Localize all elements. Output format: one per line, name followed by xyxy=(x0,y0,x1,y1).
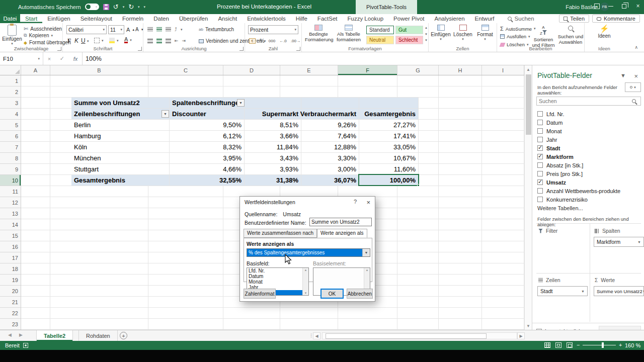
column-header-A[interactable]: A xyxy=(21,65,50,75)
vertical-scrollbar[interactable]: ▲ ▼ xyxy=(524,65,532,330)
row-header-17[interactable]: 17 xyxy=(0,252,21,263)
tools-button[interactable]: ▾ xyxy=(625,82,641,92)
pivot-row-label[interactable]: München xyxy=(71,153,170,164)
row-header-7[interactable]: 7 xyxy=(0,142,21,153)
pivot-value-cell[interactable]: 3,30% xyxy=(301,153,359,164)
pivot-value-cell[interactable]: 27,27% xyxy=(359,120,419,131)
pivot-total-value[interactable]: 36,07% xyxy=(301,175,359,186)
field-item-marktform[interactable]: Marktform xyxy=(537,152,620,161)
pane-close-icon[interactable]: × xyxy=(634,72,638,80)
ribbon-tab-entwicklertools[interactable]: Entwicklertools xyxy=(242,14,291,23)
values-area-item[interactable]: Summe von Umsatz2▼ xyxy=(594,286,644,296)
field-item-preis-pro-stk-[interactable]: Preis [pro Stk.] xyxy=(537,169,620,178)
qat-customize-icon[interactable]: ▾ xyxy=(144,5,146,9)
field-item-umsatz[interactable]: Umsatz xyxy=(537,178,620,187)
number-format-button[interactable]: Zahlenformat xyxy=(244,289,276,299)
pivot-colhdr-gesamtergebnis[interactable]: Gesamtergebnis xyxy=(359,109,419,120)
columns-area-item[interactable]: Marktform▼ xyxy=(594,237,644,247)
find-select-button[interactable]: Suchen und Auswählen xyxy=(557,25,584,45)
field-search-box[interactable] xyxy=(536,97,641,106)
increase-decimal-icon[interactable]: ←.0 xyxy=(279,39,287,43)
pivot-colhdr-discounter[interactable]: Discounter xyxy=(170,109,245,120)
normal-view-icon[interactable] xyxy=(544,342,550,348)
fill-button[interactable]: Ausfüllen▾ xyxy=(500,34,530,39)
custom-name-input[interactable]: Summe von Umsatz2 xyxy=(309,218,372,226)
ribbon-tab-factset[interactable]: FactSet xyxy=(312,14,343,23)
formula-input[interactable]: 100% xyxy=(83,52,644,65)
column-header-D[interactable]: D xyxy=(223,65,280,75)
field-item-konkurrenzrisiko[interactable]: Konkurrenzrisiko xyxy=(537,195,620,204)
percent-style-icon[interactable]: % xyxy=(260,38,265,44)
pivot-row-label[interactable]: Stuttgart xyxy=(71,164,170,175)
collapse-ribbon-icon[interactable]: ∧ xyxy=(634,45,638,50)
pivot-value-cell[interactable]: 3,00% xyxy=(301,164,359,175)
user-name[interactable]: Fabio Basler xyxy=(566,4,597,10)
ribbon-tab-ansicht[interactable]: Ansicht xyxy=(213,14,242,23)
row-header-23[interactable]: 23 xyxy=(0,319,21,330)
tab-datei[interactable]: Datei xyxy=(0,14,20,23)
tab-summarize-values[interactable]: Werte zusammenfassen nach xyxy=(244,229,317,238)
unchecked-checkbox-icon[interactable] xyxy=(537,128,543,134)
unchecked-checkbox-icon[interactable] xyxy=(537,197,543,202)
number-format-combo[interactable]: Prozent▾ xyxy=(248,25,298,34)
row-header-16[interactable]: 16 xyxy=(0,241,21,252)
row-header-8[interactable]: 8 xyxy=(0,153,21,164)
hscroll-right-icon[interactable]: ▶ xyxy=(517,332,525,339)
pivot-column-labels-cell[interactable]: Spaltenbeschriftungen xyxy=(170,98,245,109)
pivot-value-cell[interactable]: 4,66% xyxy=(170,164,245,175)
pivot-colhdr-verbrauchermarkt[interactable]: Verbrauchermarkt xyxy=(301,109,359,120)
row-header-21[interactable]: 21 xyxy=(0,297,21,308)
base-field-item-monat[interactable]: Monat xyxy=(247,279,308,285)
row-labels-filter-icon[interactable]: ▼ xyxy=(162,110,169,118)
row-header-12[interactable]: 12 xyxy=(0,197,21,208)
autosave-toggle[interactable] xyxy=(85,4,99,10)
horizontal-scrollbar[interactable] xyxy=(322,332,517,339)
row-header-6[interactable]: 6 xyxy=(0,131,21,142)
checked-checkbox-icon[interactable] xyxy=(537,154,543,159)
base-field-item-datum[interactable]: Datum xyxy=(247,274,308,279)
column-header-H[interactable]: H xyxy=(439,65,482,75)
column-header-I[interactable]: I xyxy=(482,65,524,75)
unchecked-checkbox-icon[interactable] xyxy=(537,120,543,125)
macro-record-icon[interactable] xyxy=(23,343,28,348)
row-header-9[interactable]: 9 xyxy=(0,164,21,175)
pivot-total-label[interactable]: Gesamtergebnis xyxy=(71,175,170,186)
alignment-dialog-launcher-icon[interactable] xyxy=(239,47,244,51)
insert-cells-button[interactable]: Einfügen▾ xyxy=(430,24,452,41)
pivot-value-cell[interactable]: 10,67% xyxy=(359,153,419,164)
base-field-scrollbar[interactable]: ▲▼ xyxy=(302,268,308,295)
pivot-value-cell[interactable]: 9,26% xyxy=(301,120,359,131)
copy-button[interactable]: ⧉Kopieren▾ xyxy=(24,33,53,38)
minimize-icon[interactable] xyxy=(608,6,613,7)
pane-options-icon[interactable]: ▼ xyxy=(620,72,626,78)
decrease-decimal-icon[interactable]: .00→ xyxy=(291,39,300,43)
zoom-slider[interactable] xyxy=(583,345,616,345)
page-layout-view-icon[interactable] xyxy=(555,342,561,348)
cancel-entry-icon[interactable]: × xyxy=(48,56,51,62)
ribbon-search[interactable]: Suchen xyxy=(508,14,534,23)
increase-indent-icon[interactable]: ⇥ xyxy=(182,38,186,43)
field-item-lfd-nr-[interactable]: Lfd. Nr. xyxy=(537,110,620,118)
new-sheet-icon[interactable]: + xyxy=(120,332,127,339)
column-labels-filter-icon[interactable]: ▼ xyxy=(237,99,245,107)
ribbon-tab-formeln[interactable]: Formeln xyxy=(117,14,148,23)
insert-function-icon[interactable]: fx xyxy=(73,56,78,62)
row-header-22[interactable]: 22 xyxy=(0,308,21,319)
name-box[interactable]: F10▾ xyxy=(0,52,43,65)
dialog-close-icon[interactable]: × xyxy=(366,199,370,206)
ribbon-tab-analysieren[interactable]: Analysieren xyxy=(429,14,469,23)
font-dialog-launcher-icon[interactable] xyxy=(138,47,142,51)
align-right-icon[interactable] xyxy=(166,39,171,43)
underline-button[interactable]: U xyxy=(81,37,86,44)
format-as-table-button[interactable]: Als Tabelle formatieren xyxy=(335,25,362,43)
row-header-4[interactable]: 4 xyxy=(0,109,21,120)
ribbon-tab-fuzzy-lookup[interactable]: Fuzzy Lookup xyxy=(343,14,389,23)
row-header-3[interactable]: 3 xyxy=(0,98,21,109)
unchecked-checkbox-icon[interactable] xyxy=(537,137,543,142)
redo-caret-icon[interactable]: ▾ xyxy=(138,5,140,9)
align-bottom-icon[interactable] xyxy=(166,27,171,32)
unchecked-checkbox-icon[interactable] xyxy=(537,188,543,194)
pivot-row-label[interactable]: Hamburg xyxy=(71,131,170,142)
bold-button[interactable]: F xyxy=(67,37,71,45)
zoom-slider-thumb[interactable] xyxy=(602,342,604,348)
